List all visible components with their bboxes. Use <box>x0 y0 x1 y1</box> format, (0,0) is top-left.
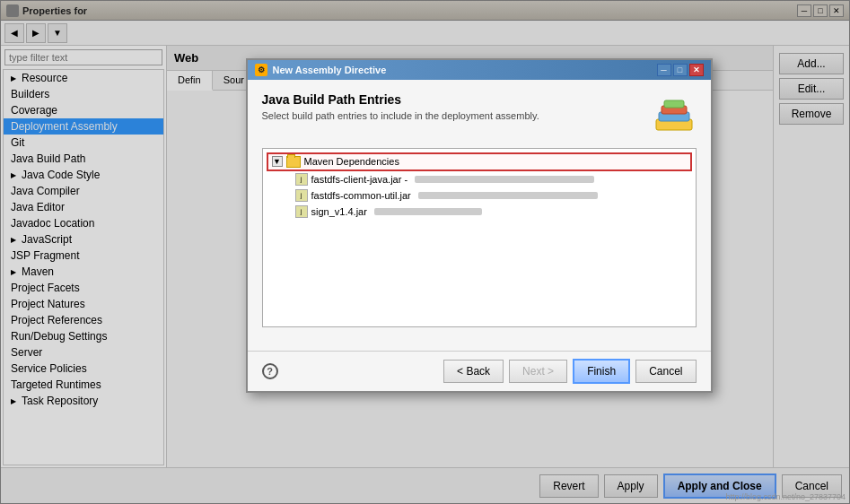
dialog-title-bar: ⚙ New Assembly Directive ─ □ ✕ <box>248 60 711 80</box>
dialog-header-text: Java Build Path Entries Select build pat… <box>262 92 641 121</box>
modal-overlay: ⚙ New Assembly Directive ─ □ ✕ Java Buil… <box>0 0 850 504</box>
jar1-blurred <box>415 176 594 183</box>
jar3-label: sign_v1.4.jar <box>311 206 367 217</box>
dialog-header-section: Java Build Path Entries Select build pat… <box>262 92 697 137</box>
dialog-title: New Assembly Directive <box>273 65 387 75</box>
dialog-heading: Java Build Path Entries <box>262 92 641 107</box>
tree-item-jar2[interactable]: j fastdfs-common-util.jar <box>267 187 692 204</box>
dialog-maximize[interactable]: □ <box>673 64 688 76</box>
jar1-label: fastdfs-client-java.jar - <box>311 174 408 185</box>
tree-container: ▼ Maven Dependencies j fastdfs-client-ja… <box>262 148 697 327</box>
cancel-dialog-button[interactable]: Cancel <box>635 360 696 383</box>
dialog-minimize[interactable]: ─ <box>657 64 671 76</box>
maven-label: Maven Dependencies <box>304 156 399 167</box>
finish-button[interactable]: Finish <box>573 359 630 384</box>
dialog-body: Java Build Path Entries Select build pat… <box>248 80 711 351</box>
back-dialog-button[interactable]: < Back <box>443 360 504 383</box>
tree-item-jar1[interactable]: j fastdfs-client-java.jar - <box>267 171 692 187</box>
tree-item-jar3[interactable]: j sign_v1.4.jar <box>267 204 692 220</box>
maven-folder-icon <box>286 156 301 168</box>
svg-rect-3 <box>664 100 684 108</box>
jar2-blurred <box>418 192 598 199</box>
dialog: ⚙ New Assembly Directive ─ □ ✕ Java Buil… <box>246 58 713 393</box>
tree-expand-maven[interactable]: ▼ <box>272 156 283 167</box>
dialog-header-icon <box>652 92 697 137</box>
jar1-icon: j <box>295 173 308 186</box>
dialog-title-controls: ─ □ ✕ <box>657 64 704 76</box>
next-dialog-button[interactable]: Next > <box>509 360 567 383</box>
dialog-subtitle: Select build path entries to include in … <box>262 110 641 121</box>
dialog-footer: ? < Back Next > Finish Cancel <box>248 351 711 391</box>
help-icon[interactable]: ? <box>262 363 278 379</box>
dialog-close[interactable]: ✕ <box>689 64 704 76</box>
jar2-label: fastdfs-common-util.jar <box>311 190 411 201</box>
jar2-icon: j <box>295 189 308 202</box>
dialog-icon: ⚙ <box>255 64 267 76</box>
jar3-blurred <box>374 208 482 215</box>
tree-item-maven[interactable]: ▼ Maven Dependencies <box>267 152 692 171</box>
jar3-icon: j <box>295 205 308 218</box>
